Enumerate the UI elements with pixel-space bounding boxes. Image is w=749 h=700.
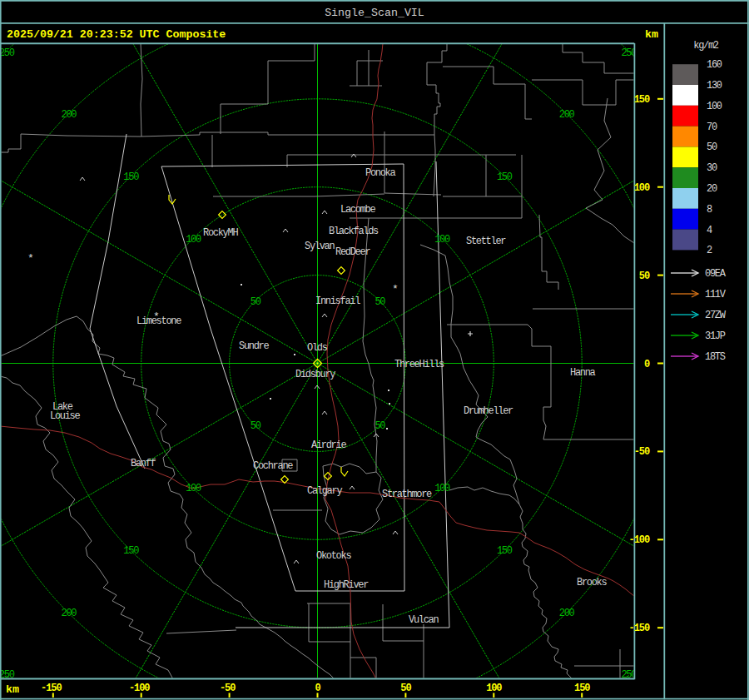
svg-text:0: 0 xyxy=(315,683,320,694)
svg-text:-150: -150 xyxy=(629,623,650,634)
svg-text:RockyMH: RockyMH xyxy=(203,227,238,239)
svg-text:150: 150 xyxy=(634,94,650,106)
svg-text:50: 50 xyxy=(400,683,411,694)
svg-text:Blackfalds: Blackfalds xyxy=(329,226,379,237)
svg-text:09EA: 09EA xyxy=(705,268,727,280)
svg-text:-100: -100 xyxy=(629,534,650,546)
svg-text:-50: -50 xyxy=(634,446,650,458)
svg-text:Didsbury: Didsbury xyxy=(295,369,335,380)
svg-text:km: km xyxy=(645,28,658,41)
svg-text:Banff: Banff xyxy=(131,458,156,469)
svg-text:Strathmore: Strathmore xyxy=(382,489,432,500)
svg-text:km: km xyxy=(6,683,19,696)
svg-text:250: 250 xyxy=(0,47,15,59)
svg-text:200: 200 xyxy=(62,608,77,619)
svg-text:100: 100 xyxy=(434,483,450,494)
svg-text:-150: -150 xyxy=(41,683,62,694)
svg-text:130: 130 xyxy=(707,80,722,92)
svg-text:*: * xyxy=(392,283,399,295)
svg-text:150: 150 xyxy=(574,683,590,694)
svg-text:Single_Scan_VIL: Single_Scan_VIL xyxy=(325,7,424,19)
svg-text:0: 0 xyxy=(644,359,650,370)
svg-text:20: 20 xyxy=(707,183,717,195)
svg-text:Hanna: Hanna xyxy=(570,367,596,379)
svg-text:100: 100 xyxy=(186,234,201,246)
svg-text:150: 150 xyxy=(123,171,139,183)
svg-text:200: 200 xyxy=(62,109,77,121)
svg-text:150: 150 xyxy=(497,545,513,557)
svg-text:Sylvan: Sylvan xyxy=(305,241,335,252)
svg-text:Cochrane: Cochrane xyxy=(253,460,293,472)
svg-text:100: 100 xyxy=(186,483,201,494)
svg-text:Airdrie: Airdrie xyxy=(311,439,346,451)
svg-text:150: 150 xyxy=(123,545,139,557)
svg-text:Ponoka: Ponoka xyxy=(365,167,396,179)
svg-text:50: 50 xyxy=(374,296,385,308)
svg-text:27ZW: 27ZW xyxy=(705,310,727,321)
svg-text:150: 150 xyxy=(497,171,513,183)
svg-text:Vulcan: Vulcan xyxy=(409,614,439,626)
svg-text:Okotoks: Okotoks xyxy=(316,550,351,562)
svg-text:100: 100 xyxy=(634,182,650,194)
svg-text:Brooks: Brooks xyxy=(577,577,608,588)
svg-text:-100: -100 xyxy=(129,683,150,694)
svg-text:Stettler: Stettler xyxy=(466,236,506,247)
svg-text:Louise: Louise xyxy=(50,410,81,422)
svg-text:111V: 111V xyxy=(705,289,727,300)
svg-text:Calgary: Calgary xyxy=(307,485,342,497)
svg-text:160: 160 xyxy=(707,59,722,71)
svg-text:50: 50 xyxy=(707,141,717,153)
svg-text:200: 200 xyxy=(559,109,575,121)
svg-text:Drumheller: Drumheller xyxy=(464,405,513,417)
svg-text:Sundre: Sundre xyxy=(239,340,270,352)
svg-text:*: * xyxy=(153,310,160,323)
svg-text:kg/m2: kg/m2 xyxy=(693,40,719,52)
svg-text:50: 50 xyxy=(250,296,261,308)
svg-text:50: 50 xyxy=(639,271,650,282)
svg-text:50: 50 xyxy=(374,420,385,432)
svg-text:100: 100 xyxy=(486,683,502,694)
svg-text:RedDeer: RedDeer xyxy=(335,246,370,258)
svg-text:2025/09/21 20:23:52 UTC Compos: 2025/09/21 20:23:52 UTC Composite xyxy=(7,28,226,41)
svg-text:200: 200 xyxy=(559,608,575,619)
svg-text:*: * xyxy=(27,252,34,265)
svg-text:-50: -50 xyxy=(220,683,236,694)
svg-text:ThreeHills: ThreeHills xyxy=(394,359,444,370)
svg-text:100: 100 xyxy=(434,234,450,246)
svg-text:HighRiver: HighRiver xyxy=(324,579,369,591)
svg-text:30: 30 xyxy=(707,162,717,174)
svg-text:18TS: 18TS xyxy=(705,351,726,363)
svg-text:31JP: 31JP xyxy=(705,330,726,342)
svg-text:70: 70 xyxy=(707,122,717,133)
svg-text:Innisfail: Innisfail xyxy=(315,295,360,307)
svg-text:50: 50 xyxy=(250,420,261,432)
svg-text:Lacombe: Lacombe xyxy=(340,204,375,216)
svg-text:Olds: Olds xyxy=(307,342,328,354)
svg-text:100: 100 xyxy=(707,101,722,112)
